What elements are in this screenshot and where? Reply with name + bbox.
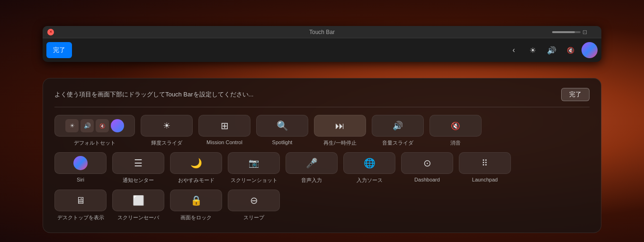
customize-panel: よく使う項目を画面下部にドラッグしてTouch Barを設定してください... … <box>43 78 601 233</box>
mission-control-label: Mission Control <box>206 139 242 145</box>
volume-slider-label: 音量スライダ <box>382 139 413 147</box>
sleep-label: スリープ <box>243 214 264 221</box>
item-notification-center[interactable]: ☰ 通知センター <box>112 152 164 184</box>
default-set-label: デフォルトセット <box>74 139 116 147</box>
play-pause-button[interactable]: ⏭ <box>314 115 366 137</box>
play-pause-label: 再生/一時停止 <box>323 139 356 147</box>
lock-screen-button[interactable]: 🔒 <box>170 190 222 211</box>
mini-siri-icon <box>111 119 124 132</box>
brightness-icon: ☀ <box>163 121 170 131</box>
voice-input-label: 音声入力 <box>301 177 322 184</box>
touchbar-controls: ‹ ☀ 🔊 🔇 <box>506 42 598 58</box>
do-not-disturb-icon: 🌙 <box>190 157 202 169</box>
voice-input-button[interactable]: 🎤 <box>286 152 338 174</box>
touchbar-siri-icon[interactable] <box>581 42 598 58</box>
touchbar-slider-area: ⊡ <box>552 29 587 35</box>
input-source-button[interactable]: 🌐 <box>343 152 395 174</box>
sleep-icon: ⊖ <box>250 195 258 206</box>
item-input-source[interactable]: 🌐 入力ソース <box>343 152 395 184</box>
touchbar-content: 完了 ‹ ☀ 🔊 🔇 <box>43 38 601 62</box>
sleep-button[interactable]: ⊖ <box>228 190 280 211</box>
touchbar-slider-track <box>552 31 581 33</box>
panel-done-button[interactable]: 完了 <box>561 88 590 101</box>
close-icon: ✕ <box>49 30 53 34</box>
input-source-label: 入力ソース <box>357 177 383 184</box>
mini-volume-icon: 🔊 <box>80 119 94 132</box>
touchbar-volume-icon[interactable]: 🔊 <box>544 42 560 58</box>
volume-slider-icon: 🔊 <box>393 121 403 131</box>
mute-button[interactable]: 🔇 <box>429 115 482 137</box>
items-row-2: Siri ☰ 通知センター 🌙 おやすみモード 📷 <box>54 152 590 184</box>
item-mute[interactable]: 🔇 消音 <box>429 115 482 147</box>
volume-slider-button[interactable]: 🔊 <box>372 115 424 137</box>
voice-input-icon: 🎤 <box>306 157 318 169</box>
mute-label: 消音 <box>450 139 461 147</box>
item-show-desktop[interactable]: 🖥 デスクトップを表示 <box>54 190 107 221</box>
mini-mute-icon: 🔇 <box>96 119 109 132</box>
items-row-1: ☀ 🔊 🔇 デフォルトセット ☀ 輝度スライダ ⊞ <box>54 115 590 147</box>
item-siri[interactable]: Siri <box>54 152 107 184</box>
item-play-pause[interactable]: ⏭ 再生/一時停止 <box>314 115 366 147</box>
item-lock-screen[interactable]: 🔒 画面をロック <box>170 190 222 221</box>
touchbar-slider-fill <box>552 31 575 33</box>
do-not-disturb-button[interactable]: 🌙 <box>170 152 222 174</box>
do-not-disturb-label: おやすみモード <box>178 177 215 184</box>
item-do-not-disturb[interactable]: 🌙 おやすみモード <box>170 152 222 184</box>
notification-center-label: 通知センター <box>123 177 154 184</box>
default-set-button[interactable]: ☀ 🔊 🔇 <box>54 115 135 137</box>
launchpad-label: Launchpad <box>472 177 498 182</box>
show-desktop-button[interactable]: 🖥 <box>54 190 107 211</box>
launchpad-button[interactable]: ⠿ <box>459 152 511 174</box>
default-set-icons: ☀ 🔊 🔇 <box>65 119 124 132</box>
mission-control-button[interactable]: ⊞ <box>198 115 250 137</box>
brightness-slider-button[interactable]: ☀ <box>141 115 193 137</box>
lock-screen-label: 画面をロック <box>180 214 212 221</box>
touchbar-close-button[interactable]: ✕ <box>47 29 54 35</box>
touchbar-back-icon[interactable]: ‹ <box>506 42 522 58</box>
screensaver-label: スクリーンセーバ <box>117 214 159 221</box>
item-sleep[interactable]: ⊖ スリープ <box>228 190 280 221</box>
dashboard-button[interactable]: ⊙ <box>401 152 453 174</box>
siri-label: Siri <box>77 177 84 182</box>
notification-center-button[interactable]: ☰ <box>112 152 164 174</box>
screensaver-button[interactable]: ⬜ <box>112 190 164 211</box>
item-brightness-slider[interactable]: ☀ 輝度スライダ <box>141 115 193 147</box>
panel-header: よく使う項目を画面下部にドラッグしてTouch Barを設定してください... … <box>54 88 590 107</box>
screenshot-button[interactable]: 📷 <box>228 152 280 174</box>
spotlight-icon: 🔍 <box>277 120 288 131</box>
item-dashboard[interactable]: ⊙ Dashboard <box>401 152 453 184</box>
input-source-icon: 🌐 <box>364 157 376 169</box>
touchbar-screenshot-icon: ⊡ <box>582 29 587 35</box>
screensaver-icon: ⬜ <box>133 195 144 206</box>
items-row-3: 🖥 デスクトップを表示 ⬜ スクリーンセーバ 🔒 画面をロック <box>54 190 590 221</box>
mission-control-icon: ⊞ <box>221 120 229 131</box>
siri-button[interactable] <box>54 152 107 174</box>
show-desktop-label: デスクトップを表示 <box>57 214 104 221</box>
item-screensaver[interactable]: ⬜ スクリーンセーバ <box>112 190 164 221</box>
spotlight-button[interactable]: 🔍 <box>256 115 308 137</box>
touchbar-done-button[interactable]: 完了 <box>46 42 72 58</box>
item-screenshot[interactable]: 📷 スクリーンショット <box>228 152 280 184</box>
launchpad-icon: ⠿ <box>482 158 488 168</box>
items-grid: ☀ 🔊 🔇 デフォルトセット ☀ 輝度スライダ ⊞ <box>54 115 590 221</box>
touchbar-window: ✕ Touch Bar ⊡ 完了 ‹ ☀ 🔊 🔇 <box>43 26 601 62</box>
touchbar-brightness-icon[interactable]: ☀ <box>525 42 541 58</box>
item-mission-control[interactable]: ⊞ Mission Control <box>198 115 250 147</box>
screenshot-label: スクリーンショット <box>231 177 277 184</box>
show-desktop-icon: 🖥 <box>76 195 85 206</box>
dashboard-label: Dashboard <box>414 177 440 182</box>
item-volume-slider[interactable]: 🔊 音量スライダ <box>372 115 424 147</box>
siri-icon <box>73 156 88 170</box>
item-launchpad[interactable]: ⠿ Launchpad <box>459 152 511 184</box>
touchbar-mute-icon[interactable]: 🔇 <box>563 42 579 58</box>
item-voice-input[interactable]: 🎤 音声入力 <box>286 152 338 184</box>
spotlight-label: Spotlight <box>272 139 293 145</box>
item-default-set[interactable]: ☀ 🔊 🔇 デフォルトセット <box>54 115 135 147</box>
notification-center-icon: ☰ <box>134 157 143 169</box>
brightness-slider-label: 輝度スライダ <box>151 139 182 147</box>
screenshot-icon: 📷 <box>249 158 259 168</box>
lock-screen-icon: 🔒 <box>190 195 202 206</box>
mute-icon: 🔇 <box>451 121 460 130</box>
item-spotlight[interactable]: 🔍 Spotlight <box>256 115 308 147</box>
play-pause-icon: ⏭ <box>335 121 345 131</box>
